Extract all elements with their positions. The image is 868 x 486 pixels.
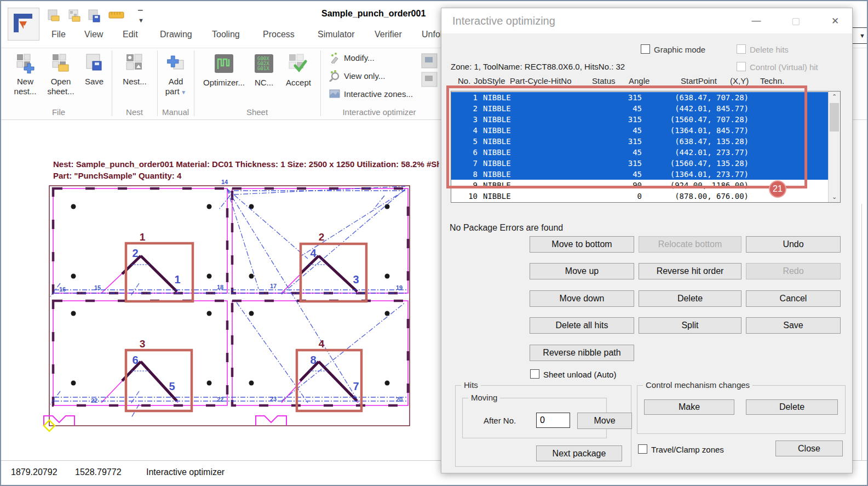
after-no-input[interactable] <box>536 413 570 428</box>
menu-verifier[interactable]: Verifier <box>375 30 402 39</box>
hit-row[interactable]: 4NIBBLE45(1364.01, 845.77) <box>451 125 828 136</box>
svg-text:14: 14 <box>221 179 228 185</box>
column-techn: Techn. <box>760 76 784 85</box>
maximize-button[interactable]: ▢ <box>784 13 808 29</box>
hit-row[interactable]: 7NIBBLE315(1560.47, 135.28) <box>451 158 828 169</box>
hit-row[interactable]: 5NIBBLE315(638.47, 135.28) <box>451 136 828 147</box>
menu-drawing[interactable]: Drawing <box>160 30 192 39</box>
new-nest-button[interactable]: New nest... <box>9 53 42 96</box>
interactive-zones-button[interactable]: Interactive zones... <box>329 88 413 100</box>
nc-label: NC... <box>255 78 273 87</box>
list-scrollbar[interactable]: ⌃ ⌄ <box>828 92 840 202</box>
save-button[interactable]: Save <box>80 53 108 87</box>
move-down-button[interactable]: Move down <box>530 290 634 307</box>
delete-hits-checkbox: Delete hits <box>737 44 789 55</box>
ribbon-divider <box>194 50 194 116</box>
column-no: No. <box>458 76 470 85</box>
next-package-button[interactable]: Next package <box>536 445 622 461</box>
column-startpoint: StartPoint <box>681 76 717 85</box>
menu-tooling[interactable]: Tooling <box>212 30 240 39</box>
hit-row[interactable]: 3NIBBLE315(1560.47, 707.28) <box>451 114 828 125</box>
delete-all-hits-button[interactable]: Delete all hits <box>530 317 634 334</box>
checkbox-box <box>737 44 746 54</box>
move-button[interactable]: Move <box>577 413 632 429</box>
nc-button[interactable]: G00X G02X G01X NC... <box>249 53 279 88</box>
save-sheet-icon[interactable] <box>88 9 102 23</box>
scroll-down-icon[interactable]: ⌄ <box>829 192 840 202</box>
add-part-button[interactable]: Add part ▼ <box>161 53 191 98</box>
hit-row[interactable]: 8NIBBLE45(1364.01, 273.77) <box>451 169 828 180</box>
sheet-unload-checkbox[interactable]: Sheet unload (Auto) <box>530 369 616 380</box>
svg-text:1: 1 <box>174 273 180 285</box>
svg-text:15: 15 <box>94 284 101 291</box>
nest-drawing-canvas[interactable]: Nest: Sample_punch_order001 Material: DC… <box>1 119 439 460</box>
scrollbar-thumb[interactable] <box>830 103 839 131</box>
delete-button[interactable]: Delete <box>639 290 741 307</box>
menu-process[interactable]: Process <box>263 30 295 39</box>
close-button[interactable]: Close <box>775 441 843 456</box>
undo-button[interactable]: Undo <box>746 236 841 253</box>
dialog-title: Interactive optimizing <box>452 15 555 27</box>
punch-dots <box>71 204 390 386</box>
app-logo[interactable] <box>8 8 39 41</box>
move-to-bottom-button[interactable]: Move to bottom <box>530 236 634 253</box>
menu-simulator[interactable]: Simulator <box>318 30 355 39</box>
optimizer-button[interactable]: Optimizer... <box>202 53 246 88</box>
dialog-title-bar[interactable]: Interactive optimizing — ▢ ✕ <box>441 8 852 33</box>
close-icon[interactable]: ✕ <box>823 13 847 29</box>
hit-row[interactable]: 6NIBBLE45(442.01, 273.77) <box>451 147 828 158</box>
sheet-unload-label: Sheet unload (Auto) <box>543 370 616 379</box>
modify-button[interactable]: Modify... <box>329 52 375 64</box>
save-button-dialog[interactable]: Save <box>746 317 841 334</box>
menu-edit[interactable]: Edit <box>123 30 138 39</box>
menu-file[interactable]: File <box>51 30 66 39</box>
column-status: Status <box>592 76 616 85</box>
make-button[interactable]: Make <box>644 399 734 415</box>
open-sheet-button[interactable]: Open sheet... <box>44 53 78 96</box>
view-only-button[interactable]: View only... <box>329 70 385 82</box>
scroll-up-icon[interactable]: ⌃ <box>829 92 840 102</box>
edge-sequence-labels: 14151618171922222320 <box>59 179 403 404</box>
svg-text:3: 3 <box>140 338 146 350</box>
svg-text:2: 2 <box>319 231 325 243</box>
checkbox-box[interactable] <box>530 369 539 379</box>
checkbox-box[interactable] <box>638 444 647 454</box>
hit-row[interactable]: 2NIBBLE45(442.01, 845.77) <box>451 103 828 114</box>
customize-quick-access-icon[interactable]: ▔▼ <box>138 10 152 24</box>
add-part-dropdown-icon[interactable]: ▼ <box>180 89 187 95</box>
ribbon-divider <box>320 50 321 116</box>
menu-view[interactable]: View <box>84 30 103 39</box>
travel-clamp-zones-checkbox[interactable]: Travel/Clamp zones <box>638 444 724 455</box>
svg-text:1: 1 <box>140 231 146 243</box>
modify-label: Modify... <box>344 53 375 62</box>
graphic-mode-checkbox[interactable]: Graphic mode <box>641 44 705 55</box>
ruler-icon[interactable] <box>108 11 123 25</box>
control-delete-button[interactable]: Delete <box>746 399 838 415</box>
accept-button[interactable]: Accept <box>281 53 315 88</box>
svg-text:G01X: G01X <box>257 66 269 71</box>
annotation-badge: 21 <box>769 180 786 198</box>
moving-group-label: Moving <box>468 393 500 402</box>
redo-button: Redo <box>746 263 841 279</box>
nest-icon <box>125 53 145 73</box>
hit-row[interactable]: 1NIBBLE315(638.47, 707.28) <box>451 92 828 103</box>
column-xy: (X,Y) <box>730 76 749 85</box>
open-nest-icon[interactable] <box>47 9 61 23</box>
minimize-button[interactable]: — <box>744 13 768 29</box>
checkbox-box <box>737 62 746 71</box>
split-button[interactable]: Split <box>639 317 741 334</box>
moving-group: Moving After No. Move <box>462 398 607 438</box>
reverse-nibble-path-button[interactable]: Reverse nibble path <box>530 345 634 361</box>
cancel-button[interactable]: Cancel <box>746 290 841 307</box>
status-y-coordinate: 1528.79772 <box>75 467 122 477</box>
svg-text:5: 5 <box>169 380 175 392</box>
open-sheet-icon[interactable] <box>68 9 82 23</box>
checkbox-box[interactable] <box>641 44 650 54</box>
reverse-hit-order-button[interactable]: Reverse hit order <box>639 263 741 279</box>
nest-button[interactable]: Nest... <box>118 53 151 87</box>
control-virtual-hit-label: Control (Virtual) hit <box>750 62 818 72</box>
svg-text:20: 20 <box>396 396 403 403</box>
move-up-button[interactable]: Move up <box>530 263 634 279</box>
svg-text:2: 2 <box>132 247 138 259</box>
save-icon <box>84 53 104 73</box>
